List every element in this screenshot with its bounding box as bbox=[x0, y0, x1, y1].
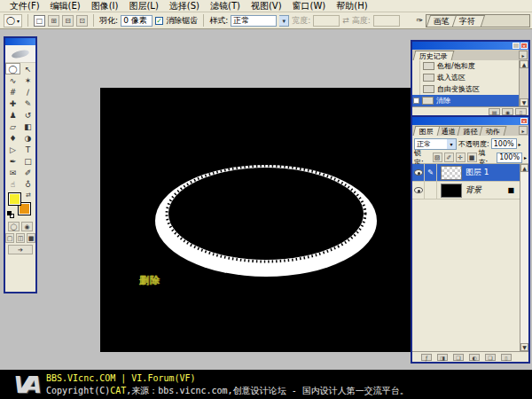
layer-row-background[interactable]: 背景 ■ bbox=[412, 182, 520, 200]
new-layer-button[interactable]: ❏ bbox=[485, 354, 496, 361]
marquee-tool-icon[interactable]: ◯ bbox=[5, 63, 20, 74]
menu-window[interactable]: 窗口(W) bbox=[287, 0, 332, 12]
spinner-arrow-icon[interactable]: ▸ bbox=[519, 141, 521, 147]
adjustment-layer-button[interactable]: ◐ bbox=[469, 354, 480, 361]
clone-stamp-tool-icon[interactable]: ♟ bbox=[5, 109, 20, 121]
tab-character[interactable]: 字符 bbox=[452, 15, 485, 27]
menu-file[interactable]: 文件(F) bbox=[4, 0, 45, 12]
history-item[interactable]: 载入选区 bbox=[412, 72, 519, 83]
collapse-icon[interactable] bbox=[512, 43, 520, 49]
menu-help[interactable]: 帮助(H) bbox=[331, 0, 372, 12]
gradient-tool-icon[interactable]: ◧ bbox=[20, 121, 35, 132]
menu-filter[interactable]: 滤镜(T) bbox=[205, 0, 246, 12]
menu-bar: 文件(F) 编辑(E) 图像(I) 图层(L) 选择(S) 滤镜(T) 视图(V… bbox=[0, 0, 532, 12]
history-brush-source-icon[interactable] bbox=[413, 98, 419, 104]
scroll-down-icon[interactable]: ▼ bbox=[520, 98, 528, 106]
feather-input[interactable]: 0 像素 bbox=[121, 15, 153, 27]
lock-position-icon[interactable]: ✛ bbox=[456, 153, 466, 162]
move-tool-icon[interactable]: ↖ bbox=[20, 63, 35, 74]
new-snapshot-button[interactable]: ◉ bbox=[502, 108, 513, 115]
menu-image[interactable]: 图像(I) bbox=[86, 0, 124, 12]
panel-menu-icon[interactable]: ▸ bbox=[519, 126, 528, 135]
visibility-toggle[interactable] bbox=[412, 182, 425, 200]
new-document-from-state-button[interactable]: ▤ bbox=[489, 108, 500, 115]
document-canvas[interactable]: 删除 bbox=[100, 88, 411, 352]
scroll-down-icon[interactable]: ▼ bbox=[520, 343, 528, 351]
antialias-checkbox[interactable]: ✓ bbox=[155, 17, 163, 25]
history-panel-title-bar[interactable]: × bbox=[412, 42, 528, 50]
zoom-tool-icon[interactable]: ♁ bbox=[20, 178, 35, 190]
style-select[interactable]: 正常 bbox=[231, 15, 277, 27]
toolbox-title-bar[interactable] bbox=[5, 38, 35, 45]
layer-row-layer1[interactable]: ✎ 图层 1 bbox=[412, 164, 520, 182]
layers-scrollbar[interactable]: ▲ ▼ bbox=[520, 164, 528, 351]
standard-mode-button[interactable]: ◯ bbox=[8, 222, 20, 231]
slice-tool-icon[interactable]: ∕ bbox=[20, 86, 35, 98]
menu-view[interactable]: 视图(V) bbox=[246, 0, 287, 12]
foreground-color-swatch[interactable] bbox=[8, 192, 21, 206]
palette-well: ✑ 画笔 字符 bbox=[416, 14, 530, 27]
lasso-tool-icon[interactable]: ∿ bbox=[5, 74, 20, 86]
layer-thumbnail[interactable] bbox=[441, 184, 462, 198]
tab-actions[interactable]: 动作 bbox=[480, 126, 507, 136]
lock-all-icon[interactable]: ■ bbox=[467, 153, 477, 162]
magic-wand-tool-icon[interactable]: ✶ bbox=[20, 74, 35, 86]
path-select-tool-icon[interactable]: ▷ bbox=[5, 144, 20, 155]
menu-select[interactable]: 选择(S) bbox=[164, 0, 205, 12]
delete-state-button[interactable]: ▯ bbox=[515, 108, 527, 115]
fill-input[interactable]: 100% bbox=[497, 153, 522, 163]
new-group-button[interactable]: ❑ bbox=[453, 354, 464, 361]
tab-layers[interactable]: 图层 bbox=[413, 126, 441, 136]
close-icon[interactable]: × bbox=[520, 118, 528, 124]
eraser-tool-icon[interactable]: ▱ bbox=[5, 121, 20, 132]
fullscreen-menu-button[interactable]: ◫ bbox=[16, 233, 25, 243]
close-icon[interactable]: × bbox=[520, 43, 528, 49]
hand-tool-icon[interactable]: ☝ bbox=[5, 178, 20, 190]
history-brush-tool-icon[interactable]: ↺ bbox=[20, 109, 35, 121]
jump-to-imageready-button[interactable]: ➔ bbox=[8, 245, 33, 254]
crop-tool-icon[interactable]: # bbox=[5, 86, 20, 98]
swap-colors-icon[interactable]: ⇄ bbox=[26, 192, 31, 199]
blur-tool-icon[interactable]: ♦ bbox=[5, 132, 20, 144]
layer-style-button[interactable]: ƒ bbox=[421, 354, 432, 361]
history-item-selected[interactable]: 清除 bbox=[412, 95, 519, 106]
history-item[interactable]: 色相/饱和度 bbox=[412, 60, 519, 72]
delete-layer-button[interactable]: ▯ bbox=[501, 354, 512, 361]
fullscreen-button[interactable]: ■ bbox=[27, 233, 35, 243]
default-colors-icon[interactable] bbox=[7, 211, 15, 219]
brush-tool-icon[interactable]: ✎ bbox=[20, 98, 35, 109]
toolbox: ◯ ↖ ∿ ✶ # ∕ ✚ ✎ ♟ ↺ ▱ ◧ ♦ ◑ ▷ T ✒ □ ✉ ✐ … bbox=[4, 36, 37, 293]
healing-brush-tool-icon[interactable]: ✚ bbox=[5, 98, 20, 109]
notes-tool-icon[interactable]: ✉ bbox=[5, 167, 20, 178]
layer-thumbnail[interactable] bbox=[441, 166, 462, 180]
standard-screen-button[interactable]: ▢ bbox=[5, 233, 14, 243]
visibility-toggle[interactable] bbox=[412, 164, 425, 182]
pen-tool-icon[interactable]: ✒ bbox=[5, 155, 20, 167]
scroll-up-icon[interactable]: ▲ bbox=[520, 60, 528, 68]
lock-paint-icon[interactable]: ✐ bbox=[444, 153, 454, 162]
quick-mask-mode-button[interactable]: ◉ bbox=[21, 222, 33, 231]
eyedropper-tool-icon[interactable]: ✐ bbox=[20, 167, 35, 178]
panel-menu-icon[interactable]: ▸ bbox=[519, 51, 528, 59]
spinner-arrow-icon[interactable]: ▸ bbox=[524, 154, 527, 160]
tab-history[interactable]: 历史记录 bbox=[413, 51, 455, 60]
lock-transparency-icon[interactable]: ▨ bbox=[433, 153, 442, 162]
brush-palette-icon[interactable]: ✑ bbox=[416, 16, 423, 25]
shape-tool-icon[interactable]: □ bbox=[20, 155, 35, 167]
dodge-tool-icon[interactable]: ◑ bbox=[20, 132, 35, 144]
history-scrollbar[interactable]: ▲ ▼ bbox=[519, 60, 528, 106]
type-tool-icon[interactable]: T bbox=[20, 144, 35, 155]
menu-edit[interactable]: 编辑(E) bbox=[45, 0, 86, 12]
layers-list: ✎ 图层 1 背景 ■ bbox=[412, 164, 520, 351]
history-item[interactable]: 自由变换选区 bbox=[412, 83, 519, 95]
layers-panel-title-bar[interactable]: × bbox=[412, 117, 528, 125]
scroll-up-icon[interactable]: ▲ bbox=[520, 164, 528, 172]
subtract-selection-button[interactable]: ⊟ bbox=[62, 15, 74, 27]
intersect-selection-button[interactable]: ⊡ bbox=[76, 15, 88, 27]
menu-layer[interactable]: 图层(L) bbox=[123, 0, 163, 12]
add-selection-button[interactable]: ⊞ bbox=[48, 15, 59, 27]
add-mask-button[interactable]: ◨ bbox=[437, 354, 448, 361]
tool-preset-picker[interactable]: ◯ ▾ bbox=[4, 14, 22, 27]
new-selection-button[interactable]: □ bbox=[34, 15, 45, 27]
chevron-down-icon[interactable]: ▾ bbox=[279, 15, 289, 27]
